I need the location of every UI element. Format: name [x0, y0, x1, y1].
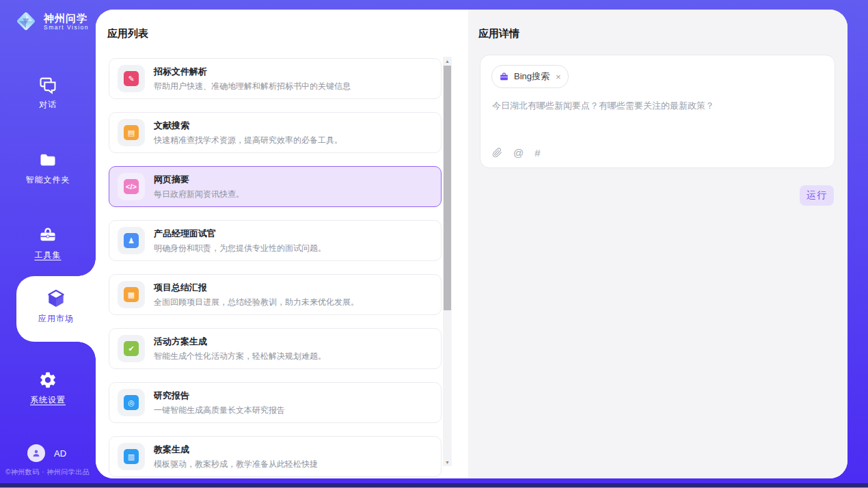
app-title: 活动方案生成 [154, 336, 326, 348]
sticky-note-icon: ▦ [124, 287, 139, 302]
sidebar-item-app-market[interactable]: 应用市场 [16, 276, 96, 342]
app-icon-tile: ✎ [118, 65, 145, 92]
user-account[interactable]: AD [27, 444, 66, 462]
app-title: 文献搜索 [154, 120, 342, 132]
app-icon-tile: ✔ [118, 335, 145, 362]
app-icon-tile: ▦ [118, 281, 145, 308]
scroll-up-arrow[interactable]: ▲ [443, 57, 452, 65]
cube-icon [45, 288, 67, 310]
avatar [27, 444, 45, 462]
copyright-text: ©神州数码 · 神州问学出品 [5, 467, 90, 477]
sidebar-item-smart-folders[interactable]: 智能文件夹 [0, 150, 96, 186]
user-initials: AD [54, 448, 66, 459]
scroll-down-arrow[interactable]: ▼ [443, 458, 452, 466]
app-description: 模板驱动，教案秒成，教学准备从此轻松快捷 [154, 459, 318, 470]
sidebar-item-label: 系统设置 [0, 394, 96, 406]
book-icon: ▤ [124, 125, 139, 140]
brand-subtitle: Smart Vision [44, 24, 89, 31]
paperclip-icon[interactable] [492, 147, 502, 159]
sidebar-item-chat[interactable]: 对话 [0, 75, 96, 111]
briefcase-icon [499, 72, 509, 82]
list-scrollbar[interactable]: ▲ ▼ [443, 57, 452, 466]
webpage-code-icon: </> [124, 179, 139, 194]
scrollbar-thumb[interactable] [444, 66, 451, 310]
tool-tag-label: Bing搜索 [514, 70, 550, 83]
sidebar: 神州问学 Smart Vision 对话 智能文件夹 工具集 应用市场 [0, 0, 96, 488]
brand-logo: 神州问学 Smart Vision [14, 9, 89, 33]
app-description: 一键智能生成高质量长文本研究报告 [154, 405, 285, 416]
mention-icon[interactable]: @ [513, 148, 524, 158]
brand-name: 神州问学 [44, 12, 89, 24]
close-icon[interactable]: × [556, 72, 561, 82]
app-icon-tile: ▤ [118, 119, 145, 146]
app-title: 教案生成 [154, 444, 318, 456]
app-card[interactable]: ✎ 招标文件解析 帮助用户快速、准确地理解和解析招标书中的关键信息 [109, 58, 442, 99]
tool-tag-bing-search[interactable]: Bing搜索 × [491, 65, 569, 88]
app-card[interactable]: ▥ 教案生成 模板驱动，教案秒成，教学准备从此轻松快捷 [109, 436, 442, 477]
app-card[interactable]: ◎ 研究报告 一键智能生成高质量长文本研究报告 [109, 382, 442, 423]
app-description: 明确身份和职责，为您提供专业性的面试问题。 [154, 243, 326, 254]
gem-icon [14, 9, 38, 33]
folder-icon [38, 150, 58, 170]
sidebar-item-label: 智能文件夹 [0, 174, 96, 186]
app-description: 智能生成个性化活动方案，轻松解决规划难题。 [154, 351, 326, 362]
person-icon [31, 448, 42, 459]
hash-icon[interactable]: # [534, 148, 540, 158]
document-edit-icon: ✎ [124, 71, 139, 86]
app-card[interactable]: ▤ 文献搜索 快速精准查找学术资源，提高研究效率的必备工具。 [109, 112, 442, 153]
gear-icon [38, 370, 57, 390]
app-card[interactable]: </> 网页摘要 每日政府新闻资讯快查。 [109, 166, 442, 207]
app-title: 产品经理面试官 [154, 228, 326, 240]
app-description: 每日政府新闻资讯快查。 [154, 189, 244, 200]
chat-icon [38, 75, 57, 94]
main-panel: 应用列表 ✎ 招标文件解析 帮助用户快速、准确地理解和解析招标书中的关键信息 [96, 10, 847, 478]
app-list: ✎ 招标文件解析 帮助用户快速、准确地理解和解析招标书中的关键信息 ▤ [109, 58, 442, 478]
sidebar-item-label: 应用市场 [16, 313, 96, 325]
clipboard-check-icon: ✔ [124, 341, 139, 356]
app-description: 快速精准查找学术资源，提高研究效率的必备工具。 [154, 135, 342, 146]
microscope-icon: ◎ [124, 395, 139, 410]
app-title: 项目总结汇报 [154, 282, 359, 294]
app-card[interactable]: ♟ 产品经理面试官 明确身份和职责，为您提供专业性的面试问题。 [109, 220, 442, 261]
sidebar-item-settings[interactable]: 系统设置 [0, 370, 96, 406]
run-button[interactable]: 运行 [800, 185, 834, 206]
interviewer-icon: ♟ [124, 233, 139, 248]
app-title: 研究报告 [154, 390, 285, 402]
app-title: 网页摘要 [154, 174, 244, 186]
toolbox-icon [38, 226, 58, 245]
app-description: 帮助用户快速、准确地理解和解析招标书中的关键信息 [154, 81, 351, 92]
app-description: 全面回顾项目进展，总结经验教训，助力未来优化发展。 [154, 297, 359, 308]
prompt-card[interactable]: Bing搜索 × 今日湖北有哪些新闻要点？有哪些需要关注的最新政策？ @ # [480, 55, 835, 168]
app-list-title: 应用列表 [107, 27, 148, 40]
app-detail-title: 应用详情 [478, 27, 519, 40]
app-icon-tile: ♟ [118, 227, 145, 254]
app-icon-tile: ◎ [118, 389, 145, 416]
app-list-pane: 应用列表 ✎ 招标文件解析 帮助用户快速、准确地理解和解析招标书中的关键信息 [96, 10, 468, 478]
app-title: 招标文件解析 [154, 66, 351, 78]
app-card[interactable]: ✔ 活动方案生成 智能生成个性化活动方案，轻松解决规划难题。 [109, 328, 442, 369]
app-icon-tile: </> [118, 173, 145, 200]
app-icon-tile: ▥ [118, 443, 145, 470]
sidebar-item-label: 对话 [0, 99, 96, 111]
app-detail-pane: 应用详情 Bing搜索 × 今日湖北有哪些新闻要点？有哪些需要关注的最新政策？ … [468, 10, 847, 478]
books-icon: ▥ [124, 449, 139, 464]
query-text[interactable]: 今日湖北有哪些新闻要点？有哪些需要关注的最新政策？ [492, 99, 824, 112]
sidebar-item-toolset[interactable]: 工具集 [0, 226, 96, 261]
app-card[interactable]: ▦ 项目总结汇报 全面回顾项目进展，总结经验教训，助力未来优化发展。 [109, 274, 442, 315]
